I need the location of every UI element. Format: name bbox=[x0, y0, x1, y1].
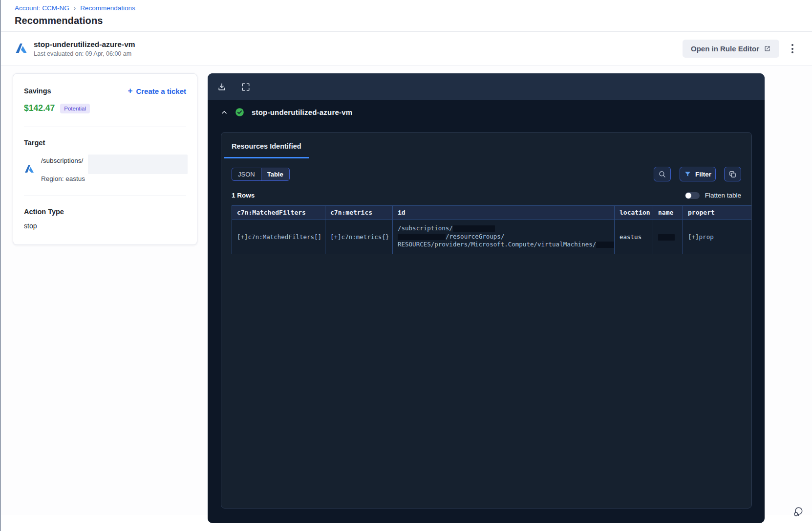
resources-table: c7n:MatchedFilters c7n:metrics id locati… bbox=[232, 205, 751, 254]
redacted-id-segment-3 bbox=[596, 242, 614, 248]
recommendation-name: stop-underutilized-azure-vm bbox=[34, 40, 135, 49]
content-area: Savings + Create a ticket $142.47 Potent… bbox=[1, 66, 812, 515]
search-icon bbox=[658, 170, 666, 178]
azure-target-icon bbox=[24, 164, 35, 175]
rule-section-title: stop-underutilized-azure-vm bbox=[252, 108, 352, 116]
id-line-2: /resourceGroups/ bbox=[446, 233, 504, 240]
download-icon[interactable] bbox=[217, 82, 227, 92]
table-header-row: c7n:MatchedFilters c7n:metrics id locati… bbox=[232, 206, 752, 220]
more-options-menu-icon[interactable] bbox=[789, 41, 796, 56]
cell-resource-id: /subscriptions/ /resourceGroups/ RESOURC… bbox=[393, 220, 615, 254]
panel-toolbar bbox=[208, 73, 765, 100]
view-controls-row: JSON Table Filter bbox=[221, 167, 751, 181]
col-header-properties[interactable]: propert bbox=[683, 206, 752, 220]
open-in-rule-editor-button[interactable]: Open in Rule Editor bbox=[683, 40, 779, 58]
breadcrumb-account-link[interactable]: Account: CCM-NG bbox=[15, 4, 69, 12]
redacted-id-segment-2 bbox=[398, 234, 446, 240]
redacted-id-segment bbox=[453, 225, 495, 232]
breadcrumb-recommendations-link[interactable]: Recommendations bbox=[80, 4, 135, 12]
filter-funnel-icon bbox=[684, 171, 691, 178]
tab-resources-identified-label: Resources Identified bbox=[232, 142, 301, 150]
id-line-3: RESOURCES/providers/Microsoft.Compute/vi… bbox=[398, 241, 596, 248]
recommendation-header: stop-underutilized-azure-vm Last evaluat… bbox=[1, 32, 812, 66]
create-ticket-link[interactable]: + Create a ticket bbox=[128, 86, 187, 96]
table-row: [+]c7n:MatchedFilters[] [+]c7n:metrics{}… bbox=[232, 220, 752, 254]
collapse-chevron-up-icon[interactable] bbox=[221, 109, 228, 116]
resources-card: Resources Identified JSON Table bbox=[221, 132, 752, 509]
cell-matched-filters-expander[interactable]: [+]c7n:MatchedFilters[] bbox=[232, 220, 325, 254]
filter-button-label: Filter bbox=[695, 171, 711, 178]
flatten-table-label: Flatten table bbox=[705, 192, 741, 199]
card-divider bbox=[24, 127, 186, 127]
tabs-bar: Resources Identified bbox=[221, 133, 751, 159]
filter-button[interactable]: Filter bbox=[680, 167, 716, 181]
col-header-name[interactable]: name bbox=[653, 206, 683, 220]
search-button[interactable] bbox=[654, 167, 671, 181]
col-header-metrics[interactable]: c7n:metrics bbox=[325, 206, 393, 220]
copy-button[interactable] bbox=[724, 167, 741, 181]
evaluation-panel: stop-underutilized-azure-vm Resources Id… bbox=[208, 73, 765, 523]
id-line-1: /subscriptions/ bbox=[398, 224, 453, 232]
last-evaluated-text: Last evaluated on: 09 Apr, 06:00 am bbox=[34, 50, 135, 57]
cell-location: eastus bbox=[615, 220, 653, 254]
fullscreen-icon[interactable] bbox=[241, 82, 251, 92]
view-mode-json-button[interactable]: JSON bbox=[232, 168, 261, 180]
external-link-icon bbox=[764, 45, 771, 52]
view-mode-segmented-control: JSON Table bbox=[232, 168, 290, 181]
col-header-id[interactable]: id bbox=[393, 206, 615, 220]
potential-badge: Potential bbox=[60, 104, 90, 113]
copy-icon bbox=[728, 170, 737, 178]
target-path: /subscriptions/ bbox=[41, 157, 83, 164]
cell-properties-expander[interactable]: [+]prop bbox=[683, 220, 752, 254]
azure-icon bbox=[15, 42, 28, 55]
target-region: Region: eastus bbox=[41, 175, 186, 182]
table-meta-row: 1 Rows Flatten table bbox=[221, 192, 751, 199]
rule-section-header: stop-underutilized-azure-vm bbox=[208, 100, 765, 124]
flatten-table-toggle[interactable] bbox=[685, 192, 700, 199]
open-in-rule-editor-label: Open in Rule Editor bbox=[691, 44, 759, 53]
plus-icon: + bbox=[128, 86, 133, 96]
action-type-label: Action Type bbox=[24, 208, 186, 216]
redacted-subscription-id bbox=[88, 155, 188, 174]
chat-support-icon[interactable] bbox=[792, 505, 805, 518]
target-label: Target bbox=[24, 139, 186, 147]
cell-metrics-expander[interactable]: [+]c7n:metrics{} bbox=[325, 220, 393, 254]
breadcrumb: Account: CCM-NG › Recommendations bbox=[15, 4, 812, 12]
rows-count: 1 Rows bbox=[232, 192, 255, 199]
col-header-matched-filters[interactable]: c7n:MatchedFilters bbox=[232, 206, 325, 220]
resources-table-wrapper: c7n:MatchedFilters c7n:metrics id locati… bbox=[232, 205, 751, 254]
breadcrumb-separator-icon: › bbox=[74, 4, 76, 12]
action-type-value: stop bbox=[24, 222, 186, 230]
col-header-location[interactable]: location bbox=[615, 206, 653, 220]
summary-card: Savings + Create a ticket $142.47 Potent… bbox=[13, 73, 197, 245]
page-header: Account: CCM-NG › Recommendations Recomm… bbox=[1, 0, 812, 31]
card-divider-2 bbox=[24, 196, 186, 196]
page-title: Recommendations bbox=[15, 15, 812, 26]
create-ticket-label: Create a ticket bbox=[136, 87, 186, 95]
view-mode-table-button[interactable]: Table bbox=[261, 168, 289, 180]
savings-amount: $142.47 bbox=[24, 103, 55, 113]
success-check-icon bbox=[235, 108, 244, 117]
tab-resources-identified[interactable]: Resources Identified bbox=[224, 142, 309, 158]
redacted-name bbox=[658, 234, 675, 241]
cell-name bbox=[653, 220, 683, 254]
savings-label: Savings bbox=[24, 87, 51, 95]
